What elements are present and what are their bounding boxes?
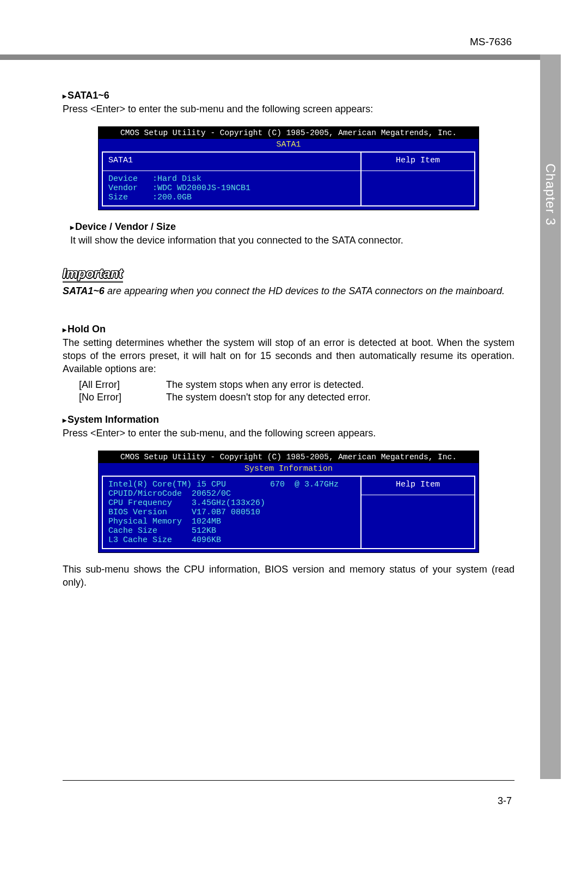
important-lead: SATA1~6 <box>63 285 105 296</box>
important-label: Important <box>63 266 123 283</box>
important-note: SATA1~6 are appearing when you connect t… <box>63 284 514 297</box>
text-submenu-desc: This sub-menu shows the CPU information,… <box>63 563 514 589</box>
bios-subtitle: SATA1 <box>99 139 479 151</box>
heading-system-info: System Information <box>63 414 514 425</box>
header-bar <box>0 54 558 60</box>
option-row: [All Error] The system stops when any er… <box>79 379 514 391</box>
heading-device-vendor-size: Device / Vendor / Size <box>70 221 514 233</box>
bios-row: L3 Cache Size 4096KB <box>108 536 355 545</box>
bios-title: CMOS Setup Utility - Copyright (C) 1985-… <box>99 451 479 463</box>
bios-left-panel: SATA1 Device :Hard Disk Vendor :WDC WD20… <box>102 151 361 206</box>
page-content: SATA1~6 Press <Enter> to enter the sub-m… <box>63 79 514 593</box>
bios-row: Cache Size 512KB <box>108 526 355 536</box>
option-row: [No Error] The system doesn't stop for a… <box>79 392 514 403</box>
bios-divider <box>362 171 474 171</box>
option-val: The system stops when any error is detec… <box>166 379 514 391</box>
bios-screenshot-sysinfo: CMOS Setup Utility - Copyright (C) 1985-… <box>98 451 479 553</box>
bios-row: CPUID/MicroCode 20652/0C <box>108 489 355 498</box>
bios-right-panel: Help Item <box>361 151 475 206</box>
text-system-info: Press <Enter> to enter the sub-menu, and… <box>63 427 514 440</box>
text-device-vendor-size: It will show the device information that… <box>70 234 514 247</box>
text-sata16: Press <Enter> to enter the sub-menu and … <box>63 102 514 115</box>
option-val: The system doesn't stop for any detected… <box>166 392 514 403</box>
text-hold-on: The setting determines whether the syste… <box>63 336 514 376</box>
bios-row: BIOS Version V17.0B7 080510 <box>108 508 355 517</box>
heading-sata16: SATA1~6 <box>63 90 514 101</box>
bios-divider <box>362 495 474 495</box>
heading-hold-on: Hold On <box>63 324 514 335</box>
bios-row: Size :200.0GB <box>108 193 355 202</box>
bios-left-panel: Intel(R) Core(TM) i5 CPU 670 @ 3.47GHz C… <box>102 476 361 549</box>
chapter-tab-label: Chapter 3 <box>543 163 558 226</box>
page-number: 3-7 <box>498 795 512 807</box>
bios-subtitle: System Information <box>99 463 479 476</box>
bios-right-panel: Help Item <box>361 476 475 549</box>
bios-row: CPU Frequency 3.45GHz(133x26) <box>108 498 355 508</box>
chapter-tab: Chapter 3 <box>540 54 561 779</box>
bios-screenshot-sata1: CMOS Setup Utility - Copyright (C) 1985-… <box>98 126 479 210</box>
option-key: [All Error] <box>79 379 166 391</box>
bios-right-header: Help Item <box>367 156 469 168</box>
bios-divider <box>103 171 360 171</box>
document-id: MS-7636 <box>470 36 512 48</box>
bios-row: Physical Memory 1024MB <box>108 517 355 526</box>
option-key: [No Error] <box>79 392 166 403</box>
bios-right-header: Help Item <box>367 480 469 492</box>
bios-row: Intel(R) Core(TM) i5 CPU 670 @ 3.47GHz <box>108 480 355 489</box>
footer-rule <box>63 780 514 781</box>
important-rest: are appearing when you connect the HD de… <box>105 285 505 296</box>
bios-row: Device :Hard Disk <box>108 174 355 184</box>
bios-title: CMOS Setup Utility - Copyright (C) 1985-… <box>99 127 479 139</box>
bios-row: Vendor :WDC WD2000JS-19NCB1 <box>108 184 355 193</box>
bios-left-header: SATA1 <box>108 156 355 168</box>
